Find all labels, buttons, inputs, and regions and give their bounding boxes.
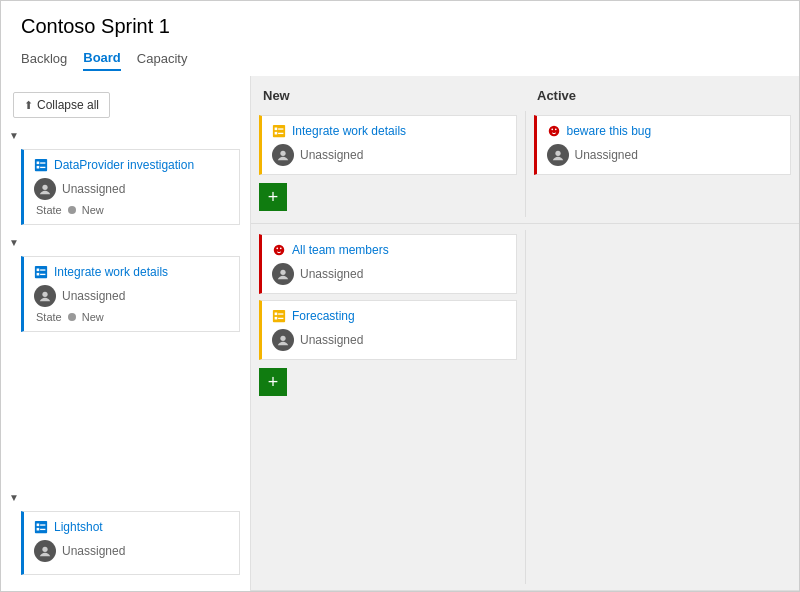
- svg-point-11: [42, 292, 47, 297]
- left-work-item-3[interactable]: Lightshot Unassigned: [21, 511, 240, 575]
- board-card-title-1: Integrate work details: [292, 124, 406, 138]
- collapse-arrow-icon: ⬆: [24, 99, 33, 112]
- board-card-integrate[interactable]: Integrate work details Unassigned: [259, 115, 517, 175]
- card-avatar-1: [272, 144, 294, 166]
- svg-rect-1: [37, 162, 40, 165]
- board-card-forecasting[interactable]: Forecasting Unassigned: [259, 300, 517, 360]
- svg-rect-20: [275, 132, 278, 135]
- card-title-row-1: Integrate work details: [272, 124, 506, 138]
- board-card-title-forecasting: Forecasting: [292, 309, 355, 323]
- svg-rect-4: [40, 167, 45, 168]
- card-title-row-forecasting: Forecasting: [272, 309, 506, 323]
- svg-rect-22: [278, 133, 283, 134]
- card-avatar-bug: [547, 144, 569, 166]
- tab-capacity[interactable]: Capacity: [137, 51, 188, 70]
- page-wrapper: Contoso Sprint 1 Backlog Board Capacity …: [0, 0, 800, 592]
- svg-point-24: [548, 126, 559, 137]
- board-card-allteam[interactable]: All team members Unassigned: [259, 234, 517, 294]
- left-panel: ⬆ Collapse all ▼: [1, 76, 251, 591]
- state-value-2: New: [82, 311, 104, 323]
- task-icon: [34, 158, 48, 172]
- board-col-active-2: [525, 230, 800, 584]
- svg-rect-10: [40, 274, 45, 275]
- sprint-arrow-2-icon: ▼: [9, 237, 19, 248]
- svg-point-37: [280, 336, 285, 341]
- board-col-active-1: beware this bug Unassigned: [525, 111, 800, 217]
- svg-rect-2: [37, 166, 40, 169]
- card-assignee-row-1: Unassigned: [272, 144, 506, 166]
- svg-rect-19: [275, 128, 278, 131]
- item-title-text-2: Integrate work details: [54, 265, 168, 279]
- card-assignee-row-allteam: Unassigned: [272, 263, 506, 285]
- sprint-group-header-1[interactable]: ▼: [1, 126, 250, 145]
- assignee-row-3: Unassigned: [34, 540, 229, 562]
- board-task-icon-1: [272, 124, 286, 138]
- sprint-group-header-2[interactable]: ▼: [1, 233, 250, 252]
- sprint-group-2: ▼ Integrate work details: [1, 233, 250, 336]
- svg-rect-9: [40, 269, 45, 270]
- avatar-3: [34, 540, 56, 562]
- col-header-active: Active: [525, 84, 799, 107]
- card-title-row-bug: beware this bug: [547, 124, 781, 138]
- col-header-new: New: [251, 84, 525, 107]
- svg-rect-32: [273, 310, 285, 322]
- board-col-new-1: Integrate work details Unassigned +: [251, 111, 525, 217]
- left-work-item-1[interactable]: DataProvider investigation Unassigned St…: [21, 149, 240, 225]
- sprint-arrow-icon: ▼: [9, 130, 19, 141]
- item-title-text: DataProvider investigation: [54, 158, 194, 172]
- svg-rect-15: [40, 524, 45, 525]
- svg-rect-33: [275, 313, 278, 316]
- page-title: Contoso Sprint 1: [1, 1, 799, 44]
- assignee-label-3: Unassigned: [62, 544, 125, 558]
- svg-rect-7: [37, 269, 40, 272]
- state-row: State New: [34, 204, 229, 216]
- board-row-1: Integrate work details Unassigned +: [251, 111, 799, 224]
- svg-point-27: [555, 151, 560, 156]
- svg-point-17: [42, 547, 47, 552]
- svg-rect-16: [40, 529, 45, 530]
- svg-rect-0: [35, 159, 47, 171]
- svg-rect-18: [273, 125, 285, 137]
- item-title-text-3: Lightshot: [54, 520, 103, 534]
- svg-rect-35: [278, 313, 283, 314]
- svg-point-23: [280, 151, 285, 156]
- tab-board[interactable]: Board: [83, 50, 121, 71]
- card-assignee-1: Unassigned: [300, 148, 363, 162]
- tab-backlog[interactable]: Backlog: [21, 51, 67, 70]
- svg-point-31: [280, 270, 285, 275]
- add-item-btn-1[interactable]: +: [259, 183, 287, 211]
- card-assignee-forecasting: Unassigned: [300, 333, 363, 347]
- add-item-btn-2[interactable]: +: [259, 368, 287, 396]
- board-bug-icon-2: [272, 243, 286, 257]
- collapse-all-button[interactable]: ⬆ Collapse all: [13, 92, 110, 118]
- item-title-row-3: Lightshot: [34, 520, 229, 534]
- card-assignee-allteam: Unassigned: [300, 267, 363, 281]
- state-row-2: State New: [34, 311, 229, 323]
- assignee-row-2: Unassigned: [34, 285, 229, 307]
- svg-rect-8: [37, 273, 40, 276]
- svg-rect-21: [278, 128, 283, 129]
- board-area: New Active: [251, 76, 799, 591]
- state-dot: [68, 206, 76, 214]
- assignee-label: Unassigned: [62, 182, 125, 196]
- board-row-2: All team members Unassigned: [251, 224, 799, 591]
- task-icon-2: [34, 265, 48, 279]
- svg-point-28: [274, 245, 285, 256]
- board-card-bug[interactable]: beware this bug Unassigned: [534, 115, 792, 175]
- board-card-title-bug: beware this bug: [567, 124, 652, 138]
- avatar-2: [34, 285, 56, 307]
- card-avatar-allteam: [272, 263, 294, 285]
- svg-rect-36: [278, 318, 283, 319]
- sprint-group-header-3[interactable]: ▼: [1, 488, 250, 507]
- card-assignee-bug: Unassigned: [575, 148, 638, 162]
- board-columns-header: New Active: [251, 76, 799, 111]
- card-avatar-forecasting: [272, 329, 294, 351]
- svg-point-26: [554, 128, 556, 130]
- svg-point-29: [276, 247, 278, 249]
- main-content: ⬆ Collapse all ▼: [1, 76, 799, 591]
- assignee-row: Unassigned: [34, 178, 229, 200]
- left-work-item-2[interactable]: Integrate work details Unassigned State …: [21, 256, 240, 332]
- card-assignee-row-bug: Unassigned: [547, 144, 781, 166]
- state-value: New: [82, 204, 104, 216]
- board-col-new-2: All team members Unassigned: [251, 230, 525, 584]
